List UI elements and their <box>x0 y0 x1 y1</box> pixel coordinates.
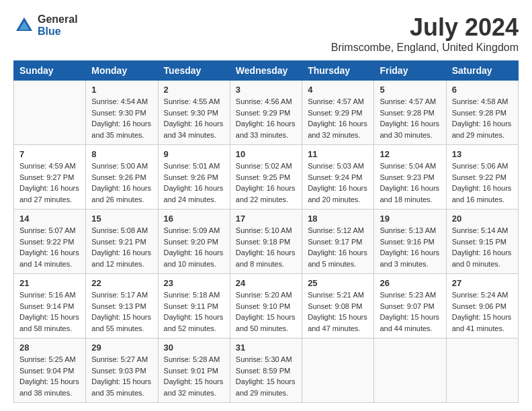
calendar-header: SundayMondayTuesdayWednesdayThursdayFrid… <box>14 61 519 81</box>
calendar-body: 1Sunrise: 4:54 AM Sunset: 9:30 PM Daylig… <box>14 81 519 403</box>
day-number: 21 <box>19 278 80 288</box>
calendar-cell: 6Sunrise: 4:58 AM Sunset: 9:28 PM Daylig… <box>446 81 518 145</box>
calendar-cell: 2Sunrise: 4:55 AM Sunset: 9:30 PM Daylig… <box>158 81 230 145</box>
day-info: Sunrise: 5:07 AM Sunset: 9:22 PM Dayligh… <box>19 225 80 269</box>
day-number: 13 <box>452 149 513 159</box>
day-number: 22 <box>91 278 152 288</box>
day-number: 25 <box>308 278 368 288</box>
day-number: 9 <box>164 149 224 159</box>
day-number: 5 <box>380 85 440 95</box>
day-info: Sunrise: 5:18 AM Sunset: 9:11 PM Dayligh… <box>164 289 224 334</box>
calendar-cell: 10Sunrise: 5:02 AM Sunset: 9:25 PM Dayli… <box>230 145 302 210</box>
calendar-cell: 22Sunrise: 5:17 AM Sunset: 9:13 PM Dayli… <box>86 274 158 338</box>
day-number: 26 <box>380 278 440 288</box>
day-info: Sunrise: 4:55 AM Sunset: 9:30 PM Dayligh… <box>164 96 224 140</box>
day-number: 15 <box>91 214 152 224</box>
logo-text: General Blue <box>38 13 78 37</box>
day-info: Sunrise: 5:16 AM Sunset: 9:14 PM Dayligh… <box>19 289 80 334</box>
calendar-cell: 21Sunrise: 5:16 AM Sunset: 9:14 PM Dayli… <box>14 274 86 338</box>
week-row-3: 14Sunrise: 5:07 AM Sunset: 9:22 PM Dayli… <box>14 210 519 274</box>
calendar-cell: 9Sunrise: 5:01 AM Sunset: 9:26 PM Daylig… <box>158 145 230 210</box>
calendar-cell <box>14 81 86 145</box>
calendar-cell: 12Sunrise: 5:04 AM Sunset: 9:23 PM Dayli… <box>374 145 446 210</box>
calendar-cell: 1Sunrise: 4:54 AM Sunset: 9:30 PM Daylig… <box>86 81 158 145</box>
day-number: 24 <box>236 278 296 288</box>
day-info: Sunrise: 5:12 AM Sunset: 9:17 PM Dayligh… <box>308 225 368 269</box>
calendar-table: SundayMondayTuesdayWednesdayThursdayFrid… <box>13 60 519 403</box>
day-number: 20 <box>452 214 513 224</box>
day-number: 16 <box>164 214 224 224</box>
week-row-1: 1Sunrise: 4:54 AM Sunset: 9:30 PM Daylig… <box>14 81 519 145</box>
logo-general-text: General <box>38 13 78 26</box>
calendar-cell: 5Sunrise: 4:57 AM Sunset: 9:28 PM Daylig… <box>374 81 446 145</box>
calendar-cell: 24Sunrise: 5:20 AM Sunset: 9:10 PM Dayli… <box>230 274 302 338</box>
day-number: 23 <box>164 278 224 288</box>
day-number: 8 <box>91 149 152 159</box>
calendar-cell <box>374 338 446 403</box>
day-info: Sunrise: 5:09 AM Sunset: 9:20 PM Dayligh… <box>164 225 224 269</box>
day-info: Sunrise: 5:03 AM Sunset: 9:24 PM Dayligh… <box>308 161 368 205</box>
calendar-cell: 29Sunrise: 5:27 AM Sunset: 9:03 PM Dayli… <box>86 338 158 403</box>
day-info: Sunrise: 5:00 AM Sunset: 9:26 PM Dayligh… <box>91 161 152 205</box>
day-info: Sunrise: 5:27 AM Sunset: 9:03 PM Dayligh… <box>91 354 152 398</box>
day-number: 18 <box>308 214 368 224</box>
day-info: Sunrise: 5:28 AM Sunset: 9:01 PM Dayligh… <box>164 354 224 398</box>
day-number: 1 <box>91 85 152 95</box>
calendar-cell: 20Sunrise: 5:14 AM Sunset: 9:15 PM Dayli… <box>446 210 518 274</box>
day-number: 17 <box>236 214 296 224</box>
header-day-thursday: Thursday <box>302 61 374 81</box>
header-day-friday: Friday <box>374 61 446 81</box>
logo: General Blue <box>13 13 78 37</box>
calendar-cell: 27Sunrise: 5:24 AM Sunset: 9:06 PM Dayli… <box>446 274 518 338</box>
calendar-cell: 4Sunrise: 4:57 AM Sunset: 9:29 PM Daylig… <box>302 81 374 145</box>
header-day-sunday: Sunday <box>14 61 86 81</box>
day-number: 31 <box>236 342 296 353</box>
day-number: 14 <box>19 214 80 224</box>
day-number: 7 <box>19 149 80 159</box>
day-info: Sunrise: 4:58 AM Sunset: 9:28 PM Dayligh… <box>452 96 513 140</box>
header: General Blue July 2024 Brimscombe, Engla… <box>13 13 519 54</box>
day-info: Sunrise: 5:30 AM Sunset: 8:59 PM Dayligh… <box>236 354 296 398</box>
calendar-cell: 15Sunrise: 5:08 AM Sunset: 9:21 PM Dayli… <box>86 210 158 274</box>
day-info: Sunrise: 5:02 AM Sunset: 9:25 PM Dayligh… <box>236 161 296 205</box>
day-info: Sunrise: 5:20 AM Sunset: 9:10 PM Dayligh… <box>236 289 296 334</box>
day-info: Sunrise: 5:13 AM Sunset: 9:16 PM Dayligh… <box>380 225 440 269</box>
day-info: Sunrise: 5:17 AM Sunset: 9:13 PM Dayligh… <box>91 289 152 334</box>
calendar-cell: 31Sunrise: 5:30 AM Sunset: 8:59 PM Dayli… <box>230 338 302 403</box>
day-number: 29 <box>91 342 152 353</box>
calendar-cell: 8Sunrise: 5:00 AM Sunset: 9:26 PM Daylig… <box>86 145 158 210</box>
calendar-cell <box>302 338 374 403</box>
day-number: 6 <box>452 85 513 95</box>
calendar-cell: 13Sunrise: 5:06 AM Sunset: 9:22 PM Dayli… <box>446 145 518 210</box>
main-title: July 2024 <box>331 13 519 42</box>
calendar-cell: 28Sunrise: 5:25 AM Sunset: 9:04 PM Dayli… <box>14 338 86 403</box>
header-day-saturday: Saturday <box>446 61 518 81</box>
day-number: 2 <box>164 85 224 95</box>
day-info: Sunrise: 5:23 AM Sunset: 9:07 PM Dayligh… <box>380 289 440 334</box>
day-info: Sunrise: 5:08 AM Sunset: 9:21 PM Dayligh… <box>91 225 152 269</box>
calendar-cell: 16Sunrise: 5:09 AM Sunset: 9:20 PM Dayli… <box>158 210 230 274</box>
subtitle: Brimscombe, England, United Kingdom <box>331 42 519 54</box>
logo-icon <box>13 15 35 36</box>
header-day-wednesday: Wednesday <box>230 61 302 81</box>
calendar-cell: 14Sunrise: 5:07 AM Sunset: 9:22 PM Dayli… <box>14 210 86 274</box>
day-info: Sunrise: 5:06 AM Sunset: 9:22 PM Dayligh… <box>452 161 513 205</box>
week-row-5: 28Sunrise: 5:25 AM Sunset: 9:04 PM Dayli… <box>14 338 519 403</box>
logo-blue-text: Blue <box>38 26 78 38</box>
day-number: 27 <box>452 278 513 288</box>
day-number: 10 <box>236 149 296 159</box>
calendar-cell: 11Sunrise: 5:03 AM Sunset: 9:24 PM Dayli… <box>302 145 374 210</box>
day-info: Sunrise: 4:57 AM Sunset: 9:29 PM Dayligh… <box>308 96 368 140</box>
header-day-tuesday: Tuesday <box>158 61 230 81</box>
day-number: 30 <box>164 342 224 353</box>
day-info: Sunrise: 5:14 AM Sunset: 9:15 PM Dayligh… <box>452 225 513 269</box>
header-row: SundayMondayTuesdayWednesdayThursdayFrid… <box>14 61 519 81</box>
calendar-cell: 3Sunrise: 4:56 AM Sunset: 9:29 PM Daylig… <box>230 81 302 145</box>
calendar-cell: 26Sunrise: 5:23 AM Sunset: 9:07 PM Dayli… <box>374 274 446 338</box>
day-number: 12 <box>380 149 440 159</box>
day-info: Sunrise: 5:04 AM Sunset: 9:23 PM Dayligh… <box>380 161 440 205</box>
calendar-cell: 18Sunrise: 5:12 AM Sunset: 9:17 PM Dayli… <box>302 210 374 274</box>
day-info: Sunrise: 4:54 AM Sunset: 9:30 PM Dayligh… <box>91 96 152 140</box>
calendar-cell: 17Sunrise: 5:10 AM Sunset: 9:18 PM Dayli… <box>230 210 302 274</box>
calendar-cell: 25Sunrise: 5:21 AM Sunset: 9:08 PM Dayli… <box>302 274 374 338</box>
